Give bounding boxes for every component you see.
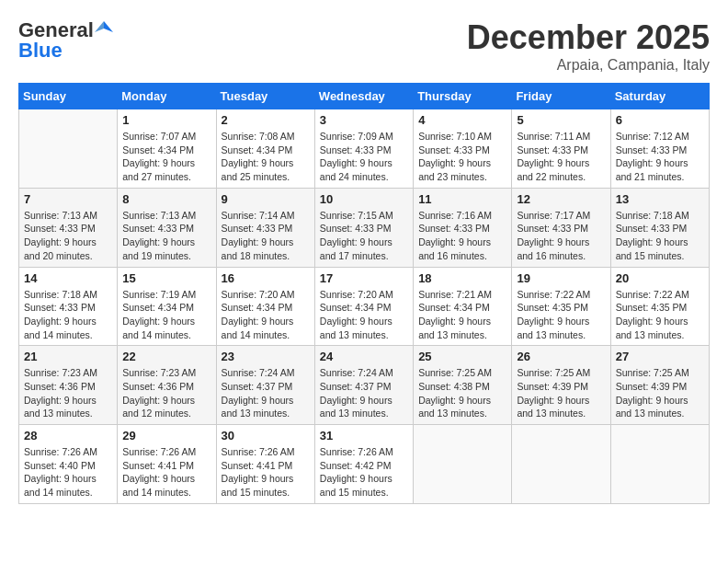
calendar-cell: 1Sunrise: 7:07 AM Sunset: 4:34 PM Daylig… <box>118 109 216 189</box>
day-number: 24 <box>320 350 408 363</box>
day-number: 11 <box>418 192 506 206</box>
day-number: 22 <box>122 350 210 363</box>
day-info: Sunrise: 7:14 AM Sunset: 4:33 PM Dayligh… <box>222 209 310 263</box>
day-number: 8 <box>122 192 210 206</box>
day-number: 1 <box>122 113 210 127</box>
day-number: 17 <box>320 271 408 285</box>
calendar-cell: 2Sunrise: 7:08 AM Sunset: 4:34 PM Daylig… <box>216 109 314 189</box>
day-number: 27 <box>616 350 704 363</box>
day-number: 21 <box>24 350 112 363</box>
page-header: General Blue December 2025 Arpaia, Campa… <box>18 18 710 74</box>
day-number: 13 <box>616 192 704 206</box>
calendar-cell: 21Sunrise: 7:23 AM Sunset: 4:36 PM Dayli… <box>19 346 118 425</box>
calendar-cell: 15Sunrise: 7:19 AM Sunset: 4:34 PM Dayli… <box>118 267 216 346</box>
day-info: Sunrise: 7:08 AM Sunset: 4:34 PM Dayligh… <box>222 130 310 184</box>
day-info: Sunrise: 7:24 AM Sunset: 4:37 PM Dayligh… <box>320 366 408 420</box>
day-info: Sunrise: 7:26 AM Sunset: 4:41 PM Dayligh… <box>122 445 210 500</box>
day-number: 15 <box>122 271 210 285</box>
day-number: 30 <box>222 429 310 442</box>
calendar-cell: 23Sunrise: 7:24 AM Sunset: 4:37 PM Dayli… <box>216 346 314 425</box>
calendar-cell: 16Sunrise: 7:20 AM Sunset: 4:34 PM Dayli… <box>216 267 314 346</box>
day-info: Sunrise: 7:25 AM Sunset: 4:39 PM Dayligh… <box>616 366 704 420</box>
calendar-cell <box>19 109 118 189</box>
day-info: Sunrise: 7:25 AM Sunset: 4:39 PM Dayligh… <box>517 366 605 420</box>
day-number: 26 <box>517 350 605 363</box>
day-info: Sunrise: 7:07 AM Sunset: 4:34 PM Dayligh… <box>122 130 210 184</box>
calendar-cell: 3Sunrise: 7:09 AM Sunset: 4:33 PM Daylig… <box>314 109 413 189</box>
day-info: Sunrise: 7:26 AM Sunset: 4:42 PM Dayligh… <box>320 445 408 500</box>
location-subtitle: Arpaia, Campania, Italy <box>467 57 710 74</box>
calendar-cell: 6Sunrise: 7:12 AM Sunset: 4:33 PM Daylig… <box>610 109 709 189</box>
svg-marker-1 <box>95 21 104 32</box>
day-number: 20 <box>616 271 704 285</box>
day-info: Sunrise: 7:10 AM Sunset: 4:33 PM Dayligh… <box>418 130 506 184</box>
day-info: Sunrise: 7:16 AM Sunset: 4:33 PM Dayligh… <box>418 209 506 263</box>
svg-marker-0 <box>104 21 113 32</box>
col-header-friday: Friday <box>512 84 610 109</box>
logo-text-blue: Blue <box>18 39 63 63</box>
day-info: Sunrise: 7:13 AM Sunset: 4:33 PM Dayligh… <box>122 209 210 263</box>
calendar-cell: 29Sunrise: 7:26 AM Sunset: 4:41 PM Dayli… <box>118 425 216 504</box>
calendar-cell: 28Sunrise: 7:26 AM Sunset: 4:40 PM Dayli… <box>19 425 118 504</box>
day-info: Sunrise: 7:20 AM Sunset: 4:34 PM Dayligh… <box>320 288 408 342</box>
day-info: Sunrise: 7:20 AM Sunset: 4:34 PM Dayligh… <box>222 288 310 342</box>
col-header-wednesday: Wednesday <box>314 84 413 109</box>
day-number: 14 <box>24 271 112 285</box>
day-info: Sunrise: 7:18 AM Sunset: 4:33 PM Dayligh… <box>616 209 704 263</box>
day-number: 3 <box>320 113 408 127</box>
day-info: Sunrise: 7:23 AM Sunset: 4:36 PM Dayligh… <box>122 366 210 420</box>
col-header-monday: Monday <box>118 84 216 109</box>
month-title: December 2025 <box>467 18 710 57</box>
day-info: Sunrise: 7:22 AM Sunset: 4:35 PM Dayligh… <box>616 288 704 342</box>
calendar-cell: 19Sunrise: 7:22 AM Sunset: 4:35 PM Dayli… <box>512 267 610 346</box>
calendar-cell: 8Sunrise: 7:13 AM Sunset: 4:33 PM Daylig… <box>118 188 216 267</box>
day-info: Sunrise: 7:09 AM Sunset: 4:33 PM Dayligh… <box>320 130 408 184</box>
day-number: 7 <box>24 192 112 206</box>
calendar-cell: 18Sunrise: 7:21 AM Sunset: 4:34 PM Dayli… <box>414 267 512 346</box>
day-info: Sunrise: 7:12 AM Sunset: 4:33 PM Dayligh… <box>616 130 704 184</box>
calendar-cell: 11Sunrise: 7:16 AM Sunset: 4:33 PM Dayli… <box>414 188 512 267</box>
calendar-cell: 17Sunrise: 7:20 AM Sunset: 4:34 PM Dayli… <box>314 267 413 346</box>
col-header-tuesday: Tuesday <box>216 84 314 109</box>
calendar-cell: 14Sunrise: 7:18 AM Sunset: 4:33 PM Dayli… <box>19 267 118 346</box>
col-header-sunday: Sunday <box>19 84 118 109</box>
day-info: Sunrise: 7:25 AM Sunset: 4:38 PM Dayligh… <box>418 366 506 420</box>
day-number: 28 <box>24 429 112 442</box>
day-number: 10 <box>320 192 408 206</box>
day-info: Sunrise: 7:19 AM Sunset: 4:34 PM Dayligh… <box>122 288 210 342</box>
day-number: 25 <box>418 350 506 363</box>
day-number: 19 <box>517 271 605 285</box>
logo-bird-icon <box>95 19 113 38</box>
day-info: Sunrise: 7:11 AM Sunset: 4:33 PM Dayligh… <box>517 130 605 184</box>
title-section: December 2025 Arpaia, Campania, Italy <box>467 18 710 74</box>
col-header-saturday: Saturday <box>610 84 709 109</box>
day-number: 18 <box>418 271 506 285</box>
day-number: 2 <box>222 113 310 127</box>
calendar-cell: 13Sunrise: 7:18 AM Sunset: 4:33 PM Dayli… <box>610 188 709 267</box>
calendar-cell <box>414 425 512 504</box>
day-number: 4 <box>418 113 506 127</box>
day-number: 5 <box>517 113 605 127</box>
day-info: Sunrise: 7:13 AM Sunset: 4:33 PM Dayligh… <box>24 209 112 263</box>
calendar-cell: 30Sunrise: 7:26 AM Sunset: 4:41 PM Dayli… <box>216 425 314 504</box>
day-number: 23 <box>222 350 310 363</box>
day-number: 9 <box>222 192 310 206</box>
calendar-cell: 24Sunrise: 7:24 AM Sunset: 4:37 PM Dayli… <box>314 346 413 425</box>
day-number: 6 <box>616 113 704 127</box>
calendar-cell: 7Sunrise: 7:13 AM Sunset: 4:33 PM Daylig… <box>19 188 118 267</box>
day-number: 12 <box>517 192 605 206</box>
calendar-cell: 22Sunrise: 7:23 AM Sunset: 4:36 PM Dayli… <box>118 346 216 425</box>
day-info: Sunrise: 7:17 AM Sunset: 4:33 PM Dayligh… <box>517 209 605 263</box>
calendar-cell: 27Sunrise: 7:25 AM Sunset: 4:39 PM Dayli… <box>610 346 709 425</box>
calendar-table: SundayMondayTuesdayWednesdayThursdayFrid… <box>18 83 710 504</box>
calendar-cell: 9Sunrise: 7:14 AM Sunset: 4:33 PM Daylig… <box>216 188 314 267</box>
day-info: Sunrise: 7:24 AM Sunset: 4:37 PM Dayligh… <box>222 366 310 420</box>
day-number: 31 <box>320 429 408 442</box>
calendar-cell: 31Sunrise: 7:26 AM Sunset: 4:42 PM Dayli… <box>314 425 413 504</box>
calendar-cell <box>512 425 610 504</box>
calendar-cell: 20Sunrise: 7:22 AM Sunset: 4:35 PM Dayli… <box>610 267 709 346</box>
day-number: 16 <box>222 271 310 285</box>
day-info: Sunrise: 7:23 AM Sunset: 4:36 PM Dayligh… <box>24 366 112 420</box>
calendar-cell: 25Sunrise: 7:25 AM Sunset: 4:38 PM Dayli… <box>414 346 512 425</box>
calendar-cell: 12Sunrise: 7:17 AM Sunset: 4:33 PM Dayli… <box>512 188 610 267</box>
